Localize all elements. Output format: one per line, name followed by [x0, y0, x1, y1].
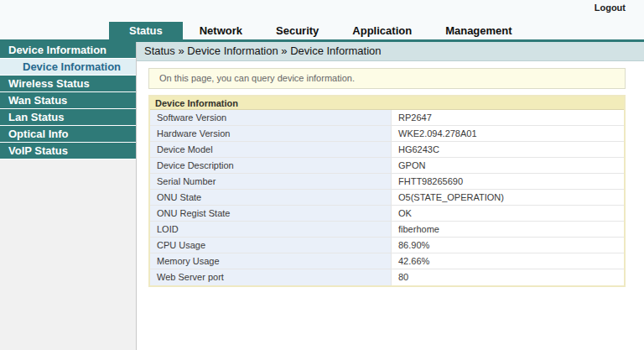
sidebar-item-lan-status[interactable]: Lan Status [0, 109, 136, 126]
table-row: LOID fiberhome [150, 222, 624, 238]
table-row: Device Model HG6243C [150, 142, 624, 158]
row-label: CPU Usage [150, 238, 392, 253]
table-row: Hardware Version WKE2.094.278A01 [150, 126, 624, 142]
table-row: ONU State O5(STATE_OPERATION) [150, 190, 624, 206]
row-value: WKE2.094.278A01 [392, 126, 624, 141]
table-row: Web Server port 80 [150, 269, 624, 285]
row-label: Device Description [150, 158, 392, 173]
row-label: Memory Usage [150, 253, 392, 269]
sidebar-item-device-information[interactable]: Device Information [0, 42, 136, 59]
row-value: RP2647 [392, 110, 624, 125]
row-label: LOID [150, 222, 392, 237]
sidebar-subitem-device-information[interactable]: Device Information [0, 59, 136, 76]
sidebar-item-optical-info[interactable]: Optical Info [0, 126, 136, 143]
row-value: O5(STATE_OPERATION) [392, 190, 624, 205]
sidebar-item-wireless-status[interactable]: Wireless Status [0, 76, 136, 92]
table-row: Software Version RP2647 [150, 110, 624, 126]
row-label: Web Server port [150, 269, 392, 285]
tab-security[interactable]: Security [259, 22, 335, 39]
sidebar-menu: Device InformationDevice InformationWire… [0, 42, 137, 350]
nav-tabs: StatusNetworkSecurityApplicationManageme… [0, 22, 644, 39]
row-value: 42.66% [392, 253, 624, 269]
router-admin-page: Logout StatusNetworkSecurityApplicationM… [0, 0, 644, 350]
tab-management[interactable]: Management [428, 22, 528, 39]
row-value: 86.90% [392, 238, 624, 253]
page-notice: On this page, you can query device infor… [148, 68, 626, 89]
table-title: Device Information [150, 97, 624, 110]
row-value: FHTT98265690 [392, 174, 624, 189]
table-row: Memory Usage 42.66% [150, 253, 624, 269]
main-layout: Device InformationDevice InformationWire… [0, 42, 644, 350]
row-value: 80 [392, 269, 624, 285]
row-label: ONU State [150, 190, 392, 205]
row-value: fiberhome [392, 222, 624, 237]
table-row: CPU Usage 86.90% [150, 238, 624, 253]
device-info-table: Device Information Software Version RP26… [148, 95, 626, 287]
row-value: OK [392, 206, 624, 221]
table-row: Serial Number FHTT98265690 [150, 174, 624, 190]
table-body: Software Version RP2647 Hardware Version… [150, 110, 624, 285]
breadcrumb: Status » Device Information » Device Inf… [137, 42, 644, 61]
row-label: Device Model [150, 142, 392, 157]
tab-status[interactable]: Status [109, 22, 183, 39]
row-value: HG6243C [392, 142, 624, 157]
tab-application[interactable]: Application [335, 22, 428, 39]
tab-network[interactable]: Network [183, 22, 259, 39]
row-label: Hardware Version [150, 126, 392, 141]
content-area: Status » Device Information » Device Inf… [137, 42, 644, 350]
sidebar-item-voip-status[interactable]: VoIP Status [0, 143, 136, 159]
row-label: Software Version [150, 110, 392, 125]
top-bar: Logout [0, 0, 644, 22]
row-value: GPON [392, 158, 624, 173]
table-row: ONU Regist State OK [150, 206, 624, 222]
row-label: ONU Regist State [150, 206, 392, 221]
row-label: Serial Number [150, 174, 392, 189]
sidebar-item-wan-status[interactable]: Wan Status [0, 92, 136, 109]
logout-link[interactable]: Logout [595, 3, 626, 13]
table-row: Device Description GPON [150, 158, 624, 174]
